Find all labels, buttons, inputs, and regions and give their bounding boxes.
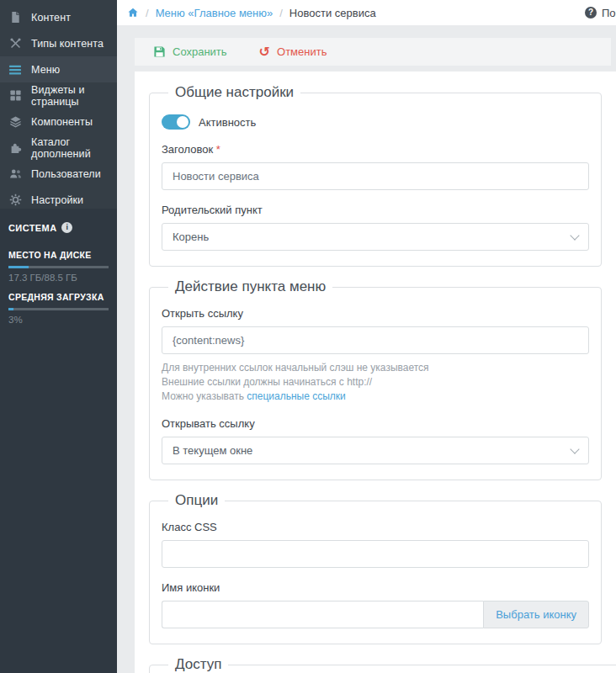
sidebar-item-label: Пользователи (31, 168, 101, 180)
activity-row: Активность (162, 114, 589, 130)
sidebar-item-label: Виджеты и страницы (31, 84, 109, 108)
undo-icon (259, 46, 270, 58)
file-icon (8, 11, 22, 24)
save-label: Сохранить (173, 45, 227, 58)
disk-space-progressbar (8, 266, 109, 268)
special-links-link[interactable]: специальные ссылки (247, 390, 346, 402)
url-label: Открыть ссылку (162, 307, 589, 320)
parent-label: Родительский пункт (162, 204, 589, 216)
fieldset-options: Опции Класс CSS Имя иконки Выбрать иконк… (149, 492, 602, 644)
breadcrumb-separator: / (146, 7, 149, 19)
sidebar-item-label: Контент (31, 12, 71, 24)
sidebar-item-label: Настройки (31, 194, 83, 206)
icon-name-group: Выбрать иконку (162, 601, 589, 628)
sidebar-item-label: Компоненты (31, 116, 93, 128)
tools-icon (8, 37, 22, 50)
sidebar-item-menu[interactable]: Меню (0, 56, 117, 82)
menu-icon (8, 63, 22, 77)
target-select-value: В текущем окне (173, 444, 252, 457)
avg-load-value: 3% (8, 315, 109, 325)
gear-icon (8, 193, 22, 207)
layers-icon (8, 115, 22, 129)
sidebar-system-panel: СИСТЕМА МЕСТО НА ДИСКЕ 17.3 ГБ/88.5 ГБ С… (0, 209, 117, 673)
sidebar-item-label: Меню (31, 64, 60, 76)
fieldset-action: Действие пункта меню Открыть ссылку Для … (149, 278, 602, 480)
sidebar-item-widgets-pages[interactable]: Виджеты и страницы (0, 82, 117, 109)
avg-load-progressbar (8, 308, 109, 310)
avg-load-progress-fill (8, 308, 13, 310)
title-input[interactable] (162, 162, 589, 190)
toolbar: Сохранить Отменить (135, 38, 611, 66)
disk-space-label: МЕСТО НА ДИСКЕ (8, 250, 109, 260)
main-area: / Меню «Главное меню» / Новости сервиса … (117, 0, 616, 673)
avg-load-label: СРЕДНЯЯ ЗАГРУЗКА (8, 292, 109, 302)
fieldset-access: Доступ Показывать группам Все Гости Комп… (149, 656, 616, 673)
parent-select-value: Корень (173, 231, 209, 243)
sidebar-item-label: Каталог дополнений (31, 136, 109, 160)
activity-toggle-label: Активность (199, 116, 256, 129)
breadcrumb-menu-link[interactable]: Меню «Главное меню» (156, 7, 273, 19)
url-hint-line: Для внутренних ссылок начальный слэш не … (162, 361, 589, 375)
url-input[interactable] (162, 326, 589, 354)
help-label: Помощь (602, 7, 616, 19)
system-section-title: СИСТЕМА (8, 222, 109, 233)
save-button[interactable]: Сохранить (153, 45, 227, 58)
icon-name-input[interactable] (162, 601, 483, 628)
url-hint-text: Можно указывать (162, 390, 244, 402)
help-link[interactable]: Помощь (585, 0, 616, 25)
title-label: Заголовок * (162, 143, 589, 156)
form-card: Общие настройки Активность Заголовок * Р… (135, 72, 616, 673)
sidebar-item-addons-catalog[interactable]: Каталог дополнений (0, 135, 117, 161)
sidebar-item-label: Типы контента (31, 38, 104, 50)
topbar: / Меню «Главное меню» / Новости сервиса … (117, 0, 616, 25)
fieldset-access-legend: Доступ (168, 656, 228, 673)
css-class-label: Класс CSS (162, 521, 589, 533)
target-select[interactable]: В текущем окне (162, 437, 589, 464)
url-hints: Для внутренних ссылок начальный слэш не … (162, 361, 589, 404)
users-icon (8, 167, 22, 181)
icon-name-label: Имя иконки (162, 581, 589, 594)
choose-icon-button[interactable]: Выбрать иконку (483, 601, 589, 628)
cancel-button[interactable]: Отменить (259, 45, 327, 58)
title-label-text: Заголовок (162, 143, 213, 156)
save-icon (153, 45, 166, 58)
breadcrumb-separator: / (279, 7, 283, 19)
info-icon[interactable] (61, 222, 72, 233)
question-icon (585, 7, 597, 19)
target-label: Открывать ссылку (162, 417, 589, 430)
parent-select[interactable]: Корень (162, 223, 589, 251)
grid-icon (8, 89, 22, 103)
chevron-down-icon (570, 231, 579, 240)
url-hint-line: Можно указывать специальные ссылки (162, 389, 589, 404)
fieldset-action-legend: Действие пункта меню (168, 278, 332, 295)
sidebar-nav: Контент Типы контента Меню Виджеты и стр… (0, 0, 117, 213)
disk-space-value: 17.3 ГБ/88.5 ГБ (8, 273, 109, 283)
required-asterisk: * (216, 143, 220, 156)
system-title-text: СИСТЕМА (8, 223, 56, 233)
cancel-label: Отменить (277, 45, 327, 58)
breadcrumb-current: Новости сервиса (289, 7, 376, 19)
sidebar: Контент Типы контента Меню Виджеты и стр… (0, 0, 117, 673)
fieldset-general-legend: Общие настройки (168, 84, 300, 101)
puzzle-icon (8, 141, 22, 155)
fieldset-general: Общие настройки Активность Заголовок * Р… (149, 84, 602, 267)
activity-toggle[interactable] (162, 114, 190, 130)
home-icon[interactable] (127, 7, 139, 19)
sidebar-item-components[interactable]: Компоненты (0, 109, 117, 135)
css-class-input[interactable] (162, 540, 589, 568)
disk-space-progress-fill (8, 266, 29, 268)
fieldset-options-legend: Опции (168, 492, 225, 509)
url-hint-line: Внешние ссылки должны начинаться с http:… (162, 375, 589, 389)
sidebar-item-content-types[interactable]: Типы контента (0, 30, 117, 56)
sidebar-item-users[interactable]: Пользователи (0, 161, 117, 187)
chevron-down-icon (570, 444, 579, 453)
breadcrumb: / Меню «Главное меню» / Новости сервиса (127, 7, 376, 19)
sidebar-item-content[interactable]: Контент (0, 4, 117, 30)
